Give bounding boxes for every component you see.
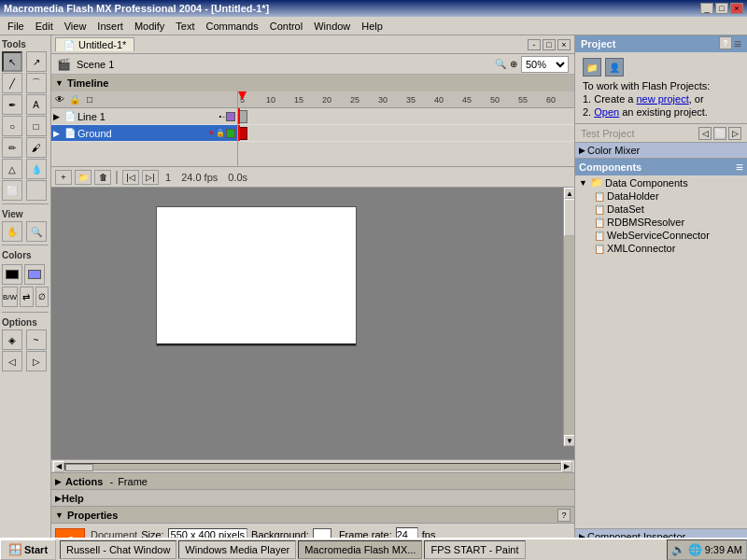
tl-next-keyframe[interactable]: ▷| [142,170,159,185]
swap-colors-btn[interactable]: ⇄ [20,287,33,307]
doc-restore-btn[interactable]: □ [543,39,556,50]
color-mixer-expand[interactable]: ▶ [579,146,585,155]
menu-text[interactable]: Text [170,19,200,34]
taskbar-chat[interactable]: Russell - Chat Window [60,540,176,559]
tree-data-components[interactable]: ▼ 📁 Data Components [575,175,747,189]
dataholder-icon: 📋 [594,191,605,202]
scroll-handle[interactable] [564,199,574,236]
h-scroll-track[interactable] [64,463,561,470]
actions-label: Actions - Frame [65,476,148,487]
h-scroll-right-btn[interactable]: ▶ [561,461,572,472]
pen-tool[interactable]: ✒ [2,94,22,115]
eyedropper-tool[interactable]: 💧 [26,159,47,179]
test-btn1[interactable]: ◁ [698,127,712,140]
doc-minimize-btn[interactable]: - [528,39,541,50]
test-btn3[interactable]: ▷ [728,127,741,140]
menu-view[interactable]: View [59,19,92,34]
menu-window[interactable]: Window [308,19,356,34]
add-layer-btn[interactable]: + [55,170,72,185]
frame-track-ground[interactable] [238,125,574,142]
webservice-icon: 📋 [594,231,605,241]
text-tool[interactable]: A [26,94,47,115]
snap-btn[interactable]: ◈ [2,329,22,350]
project-content: 📁 👤 To work with Flash Projects: 1. Crea… [575,52,747,123]
layer-row-ground[interactable]: ▶ 📄 Ground ✕ 🔒 [51,125,237,142]
fill-color-btn[interactable] [24,264,45,285]
arrow-tool[interactable]: ↖ [2,51,22,72]
project-help-btn[interactable]: ? [719,36,732,49]
minimize-button[interactable]: _ [700,3,713,14]
project-menu-btn[interactable]: ≡ [734,36,741,51]
timeline-collapse-btn[interactable]: ▼ [55,78,63,88]
lasso-tool[interactable]: ⌒ [26,73,47,93]
toolbar-divider-2 [2,245,49,245]
subselect-tool[interactable]: ↗ [26,51,47,72]
doc-close-btn[interactable]: × [557,39,571,50]
menu-insert[interactable]: Insert [92,19,129,34]
fwd-btn[interactable]: ▷ [26,351,47,371]
black-white-btn[interactable]: B/W [2,287,18,307]
stage[interactable] [156,206,357,346]
back-btn[interactable]: ◁ [2,351,22,371]
rect-tool[interactable]: □ [26,116,47,136]
actions-bar[interactable]: ▶ Actions - Frame [51,473,574,490]
layer-color-ground [226,129,235,138]
new-project-link[interactable]: new project [636,93,688,105]
brush-tool[interactable]: 🖌 [26,137,47,158]
frame-track-line1[interactable] [238,108,574,125]
tree-rdbms[interactable]: 📋 RDBMSResolver [575,216,747,229]
tree-dataset[interactable]: 📋 DataSet [575,203,747,216]
menu-help[interactable]: Help [356,19,388,34]
help-bar[interactable]: ▶ Help [51,490,574,507]
color-mixer-panel: ▶ Color Mixer [575,143,747,159]
help-collapse-btn[interactable]: ▶ [55,494,62,503]
zoom-tool[interactable]: 🔍 [26,221,47,242]
tree-xml[interactable]: 📋 XMLConnector [575,242,747,255]
tl-prev-keyframe[interactable]: |◁ [122,170,139,185]
scroll-down-btn[interactable]: ▼ [564,435,574,446]
menu-file[interactable]: File [2,19,30,34]
close-button[interactable]: × [730,3,743,14]
eraser-tool[interactable]: ⬜ [2,180,22,201]
test-btn2[interactable]: ⬜ [713,127,726,140]
components-menu-btn[interactable]: ≡ [736,160,743,175]
help-label: Help [62,493,84,504]
scroll-up-btn[interactable]: ▲ [564,188,574,199]
taskbar-media[interactable]: Windows Media Player [178,540,296,559]
no-color-btn[interactable]: ∅ [35,287,49,307]
taskbar-paint[interactable]: FPS START - Paint [424,540,525,559]
fill-tool[interactable]: △ [2,159,22,179]
menu-commands[interactable]: Commands [200,19,263,34]
h-scroll[interactable]: ◀ ▶ [51,459,574,472]
restore-button[interactable]: □ [715,3,728,14]
color-mixer-header[interactable]: ▶ Color Mixer [575,143,747,158]
stroke-color-btn[interactable] [2,264,22,285]
props-help-btn[interactable]: ? [557,509,571,522]
pencil-tool[interactable]: ✏ [2,137,22,158]
hand-tool[interactable]: ✋ [2,221,22,242]
stage-v-scroll[interactable]: ▲ ▼ [563,188,574,446]
tree-webservice[interactable]: 📋 WebServiceConnector [575,229,747,242]
add-folder-btn[interactable]: 📁 [75,170,92,185]
taskbar-flash[interactable]: Macromedia Flash MX... [298,540,422,559]
layer-row-line1[interactable]: ▶ 📄 Line 1 • - [51,108,237,125]
smooth-btn[interactable]: ~ [26,329,47,350]
menu-edit[interactable]: Edit [30,19,59,34]
start-button[interactable]: 🪟 Start [0,539,56,560]
menu-modify[interactable]: Modify [129,19,170,34]
menu-control[interactable]: Control [264,19,308,34]
oval-tool[interactable]: ○ [2,116,22,136]
actions-collapse-btn[interactable]: ▶ [55,477,62,486]
doc-tab[interactable]: 📄 Untitled-1* [55,37,134,51]
delete-layer-btn[interactable]: 🗑 [94,170,111,185]
fill-color-swatch [28,270,41,279]
line-tool[interactable]: ╱ [2,73,22,93]
open-link[interactable]: Open [594,106,619,118]
tree-dataholder[interactable]: 📋 DataHolder [575,189,747,203]
eye-icon: 👁 [53,94,66,105]
props-collapse-btn[interactable]: ▼ [55,511,63,520]
h-scroll-thumb[interactable] [65,464,93,471]
h-scroll-left-btn[interactable]: ◀ [53,461,64,472]
layer-color-line1 [226,112,235,121]
zoom-select[interactable]: 50% 25% 100% [521,56,569,73]
